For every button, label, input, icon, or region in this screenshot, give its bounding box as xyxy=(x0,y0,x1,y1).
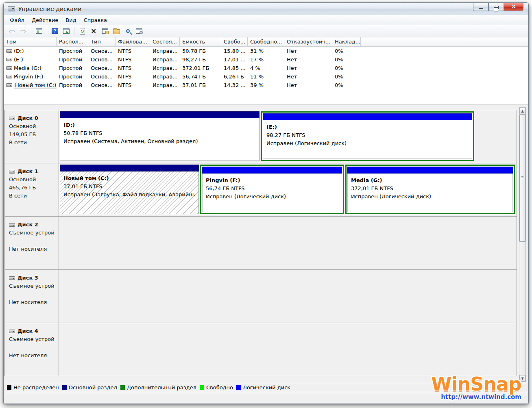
menu-help[interactable]: Справка xyxy=(80,16,111,24)
menu-file[interactable]: Файл xyxy=(6,16,28,24)
cell-status: Исправ... xyxy=(150,74,180,80)
disk-name: Диск 2 xyxy=(17,221,38,229)
partition-size: 50,78 ГБ NTFS xyxy=(63,129,256,137)
column-fault-tolerance[interactable]: Отказоустойч... xyxy=(284,37,332,46)
titlebar[interactable]: Управление дисками × xyxy=(4,3,528,15)
cell-layout: Простой xyxy=(57,48,88,54)
volume-name: (E:) xyxy=(14,56,23,63)
partition-size: 98,27 ГБ NTFS xyxy=(266,131,469,139)
cell-layout: Простой xyxy=(57,82,88,88)
empty-partition-area xyxy=(59,270,517,323)
table-row[interactable]: (E:) Простой Основ... NTFS Исправ... 98,… xyxy=(4,55,528,64)
cell-type: Основ... xyxy=(88,65,116,71)
disk-management-window: Управление дисками × Файл Действие Вид С… xyxy=(3,2,529,404)
free-swatch xyxy=(200,385,204,390)
settings-button[interactable] xyxy=(134,26,144,36)
column-overhead[interactable]: Наклад... xyxy=(332,37,361,46)
menubar: Файл Действие Вид Справка xyxy=(4,15,528,25)
legend-primary: Основной раздел xyxy=(61,384,120,392)
cell-type: Основ... xyxy=(88,56,116,63)
column-free[interactable]: Свобо... xyxy=(221,37,248,46)
cell-fault: Нет xyxy=(284,65,332,71)
refresh-button[interactable]: ↻ xyxy=(77,26,87,36)
disk-size: 149,05 ГБ xyxy=(9,130,57,139)
table-row[interactable]: Pingvin (F:) Простой Основ... NTFS Испра… xyxy=(4,72,528,81)
cell-capacity: 372,01 ГБ xyxy=(180,65,221,71)
table-row[interactable]: Media (G:) Простой Основ... NTFS Исправ.… xyxy=(4,64,528,72)
cell-free-pct: 39 % xyxy=(248,82,284,88)
partition-e[interactable]: (E:) 98,27 ГБ NTFS Исправен (Логический … xyxy=(261,111,474,161)
cell-free: 17,01 ... xyxy=(221,56,248,63)
column-status[interactable]: Состоя... xyxy=(150,37,180,46)
minimize-button[interactable] xyxy=(473,3,488,11)
cell-status: Исправ... xyxy=(150,65,180,71)
partition-status: Исправен (Логический диск) xyxy=(206,193,338,201)
open-button[interactable] xyxy=(111,26,121,36)
column-layout[interactable]: Распол... xyxy=(57,37,88,46)
menu-action[interactable]: Действие xyxy=(28,16,62,24)
help-button[interactable]: ? xyxy=(50,26,60,36)
column-capacity[interactable]: Емкость xyxy=(180,37,221,46)
volume-icon xyxy=(6,49,12,53)
cell-layout: Простой xyxy=(57,65,88,71)
table-row-selected[interactable]: Новый том (C:) Простой Основ... NTFS Исп… xyxy=(4,81,528,89)
partition-status: Исправен (Система, Активен, Основной раз… xyxy=(63,137,256,145)
disk-header-1[interactable]: Диск 1 Основной 465,76 ГБ В сети xyxy=(5,163,59,216)
cell-fault: Нет xyxy=(284,48,332,54)
cell-fs: NTFS xyxy=(116,65,150,71)
table-row[interactable]: (D:) Простой Основ... NTFS Исправ... 50,… xyxy=(4,47,528,55)
partition-f[interactable]: Pingvin (F:) 56,74 ГБ NTFS Исправен (Лог… xyxy=(200,165,344,214)
cell-free: 14,85 ... xyxy=(221,65,248,71)
partition-label: Новый том (C:) xyxy=(63,174,195,182)
cell-free: 15,80 ... xyxy=(221,48,248,54)
action-pane-icon xyxy=(63,28,70,34)
unallocated-swatch xyxy=(7,385,11,390)
partition-size: 56,74 ГБ NTFS xyxy=(206,184,338,193)
partition-c-selected[interactable]: Новый том (C:) 37,01 ГБ NTFS Исправен (З… xyxy=(60,165,199,214)
disk-icon xyxy=(9,170,15,174)
cell-free-pct: 17 % xyxy=(248,56,284,63)
scroll-down-arrow[interactable]: ▼ xyxy=(519,375,525,382)
disk-header-3[interactable]: Диск 3 Съемное устрой Нет носителя xyxy=(5,270,59,323)
disk-header-2[interactable]: Диск 2 Съемное устрой Нет носителя xyxy=(5,217,59,269)
column-type[interactable]: Тип xyxy=(88,37,116,46)
legend-free: Свободно xyxy=(199,384,235,392)
back-button[interactable]: ⇦ xyxy=(7,26,17,36)
column-filesystem[interactable]: Файлова... xyxy=(116,37,150,46)
cell-capacity: 56,74 ГБ xyxy=(180,74,221,80)
disk-row-4: Диск 4 Съемное устрой Нет носителя xyxy=(4,323,517,376)
vertical-scrollbar[interactable]: ▲ ▼ xyxy=(519,107,526,382)
partition-d[interactable]: (D:) 50,78 ГБ NTFS Исправен (Система, Ак… xyxy=(60,111,259,161)
cell-overhead: 0% xyxy=(332,56,361,63)
minimize-icon xyxy=(479,8,483,9)
column-volume[interactable]: Том xyxy=(4,37,57,46)
menu-view[interactable]: Вид xyxy=(62,16,80,24)
cell-fault: Нет xyxy=(284,74,332,80)
disk-row-1: Диск 1 Основной 465,76 ГБ В сети Новый т… xyxy=(4,163,517,217)
disk-header-0[interactable]: Диск 0 Основной 149,05 ГБ В сети xyxy=(5,110,59,163)
disk-header-4[interactable]: Диск 4 Съемное устрой Нет носителя xyxy=(5,323,59,376)
partition-g[interactable]: Media (G:) 372,01 ГБ NTFS Исправен (Логи… xyxy=(345,165,515,214)
cell-fs: NTFS xyxy=(116,48,150,54)
action-pane-button[interactable] xyxy=(61,26,71,36)
console-tree-button[interactable] xyxy=(34,26,44,36)
close-button[interactable]: × xyxy=(504,3,523,11)
disk-status: В сети xyxy=(9,192,57,200)
properties-button[interactable] xyxy=(100,26,110,36)
partition-size: 37,01 ГБ NTFS xyxy=(63,182,195,191)
scrollbar-thumb[interactable] xyxy=(519,114,525,242)
column-free-pct[interactable]: Свободно... xyxy=(248,37,284,46)
restore-button[interactable] xyxy=(488,3,504,11)
find-button[interactable] xyxy=(123,26,133,36)
scroll-up-arrow[interactable]: ▲ xyxy=(519,108,525,114)
cell-type: Основ... xyxy=(88,74,116,80)
volume-icon xyxy=(6,66,12,70)
toolbar: ⇦ ⇨ ? ↻ × xyxy=(4,25,528,37)
cell-overhead: 0% xyxy=(332,74,361,80)
window-title: Управление дисками xyxy=(18,6,81,12)
forward-button[interactable]: ⇨ xyxy=(18,26,28,36)
delete-button[interactable]: × xyxy=(89,26,98,36)
partition-label: (E:) xyxy=(266,123,469,131)
cell-status: Исправ... xyxy=(150,48,180,54)
disk-name: Диск 3 xyxy=(17,274,38,282)
